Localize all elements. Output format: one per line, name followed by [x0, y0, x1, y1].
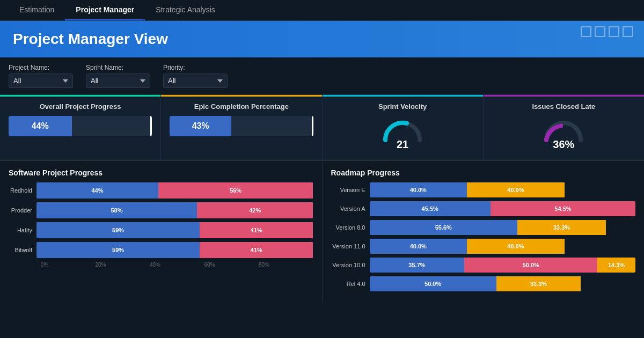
roadmap-bar-seg-red: 50.0% — [464, 258, 597, 273]
kpi-overall-progress-value: 44% — [32, 121, 49, 131]
banner-decoration — [581, 26, 633, 37]
kpi-sprint-velocity-title: Sprint Velocity — [331, 102, 474, 111]
roadmap-bar-label: Version E — [331, 187, 370, 193]
roadmap-bar-label: Version 11.0 — [331, 243, 370, 249]
deco-square-2 — [595, 26, 605, 37]
kpi-overall-progress-bar: 44% — [9, 116, 152, 136]
software-bar-row: Hatity59%41% — [9, 222, 313, 238]
roadmap-bar-seg-yellow: 14.3% — [597, 258, 635, 273]
roadmap-bar-track: 40.0%40.0% — [370, 239, 613, 254]
roadmap-bar-seg-yellow: 33.3% — [496, 276, 581, 291]
software-bar-red: 56% — [158, 182, 313, 199]
deco-square-3 — [609, 26, 619, 37]
filter-sprint-name: Sprint Name: All — [86, 64, 150, 88]
roadmap-bar-seg-red: 54.5% — [491, 201, 635, 216]
filter-project-name: Project Name: All — [9, 64, 73, 88]
deco-square-1 — [581, 26, 591, 37]
software-bar-red: 42% — [197, 202, 313, 218]
software-bar-track: 59%41% — [36, 242, 313, 258]
kpi-overall-progress-title: Overall Project Progress — [9, 102, 152, 111]
roadmap-bar-seg-yellow: 40.0% — [467, 182, 565, 197]
software-chart-title: Software Project Progress — [9, 168, 313, 177]
roadmap-bar-row: Version A45.5%54.5% — [331, 201, 636, 216]
page-title: Project Manager View — [13, 31, 631, 48]
kpi-epic-completion-track — [312, 116, 313, 136]
roadmap-chart-panel: Roadmap Progress Version E40.0%40.0%Vers… — [323, 161, 645, 303]
kpi-sprint-velocity: Sprint Velocity 21 — [323, 95, 484, 160]
kpi-overall-progress: Overall Project Progress 44% — [0, 95, 161, 160]
roadmap-bar-row: Rel 4.050.0%33.3% — [331, 276, 636, 291]
software-bar-row: Redhold44%56% — [9, 182, 313, 199]
roadmap-bar-row: Version 11.040.0%40.0% — [331, 239, 636, 254]
filter-project-name-select[interactable]: All — [9, 74, 73, 88]
kpi-issues-closed-late-title: Issues Closed Late — [492, 102, 635, 111]
roadmap-bar-seg-blue: 35.7% — [370, 258, 465, 273]
kpi-epic-completion-value: 43% — [192, 121, 209, 131]
tab-project-manager[interactable]: Project Manager — [65, 0, 145, 20]
roadmap-chart-title: Roadmap Progress — [331, 168, 636, 177]
tab-strategic-analysis[interactable]: Strategic Analysis — [145, 0, 226, 20]
roadmap-bar-track: 55.6%33.3% — [370, 220, 636, 235]
roadmap-bars: Version E40.0%40.0%Version A45.5%54.5%Ve… — [331, 182, 636, 291]
bottom-section: Software Project Progress Redhold44%56%P… — [0, 160, 644, 303]
software-bar-blue: 44% — [36, 182, 158, 199]
x-tick-0: 0% — [41, 262, 96, 268]
software-bar-track: 44%56% — [36, 182, 313, 199]
roadmap-bar-seg-blue: 50.0% — [370, 276, 496, 291]
filter-priority: Priority: All — [163, 64, 228, 88]
software-bar-blue: 59% — [36, 222, 200, 238]
software-bar-blue: 58% — [36, 202, 197, 218]
software-bar-label: Redhold — [9, 187, 36, 194]
roadmap-bar-track: 40.0%40.0% — [370, 182, 613, 197]
roadmap-bar-seg-blue: 40.0% — [370, 239, 467, 254]
kpi-row: Overall Project Progress 44% Epic Comple… — [0, 94, 644, 160]
header-banner: Project Manager View — [0, 21, 644, 57]
tab-estimation[interactable]: Estimation — [9, 0, 65, 20]
x-tick-40: 40% — [150, 262, 204, 268]
software-bar-row: Bitwolf59%41% — [9, 242, 313, 258]
kpi-epic-completion-fill: 43% — [170, 116, 231, 136]
kpi-sprint-velocity-gauge: 21 — [331, 116, 474, 151]
filter-sprint-name-select[interactable]: All — [86, 74, 150, 88]
kpi-sprint-velocity-value: 21 — [397, 138, 408, 151]
tab-bar: Estimation Project Manager Strategic Ana… — [0, 0, 644, 21]
kpi-epic-completion-title: Epic Completion Percentage — [170, 102, 313, 111]
filter-project-name-label: Project Name: — [9, 64, 73, 71]
kpi-issues-closed-late-value: 36% — [553, 138, 574, 151]
x-tick-60: 60% — [204, 262, 259, 268]
software-bar-red: 41% — [200, 242, 313, 258]
software-bar-label: Bitwolf — [9, 247, 36, 253]
roadmap-bar-label: Rel 4.0 — [331, 281, 370, 287]
roadmap-bar-label: Version 10.0 — [331, 262, 370, 268]
roadmap-bar-seg-blue: 40.0% — [370, 182, 467, 197]
deco-square-4 — [623, 26, 633, 37]
filter-priority-select[interactable]: All — [163, 74, 228, 88]
kpi-issues-closed-late: Issues Closed Late 36% — [484, 95, 644, 160]
software-bars: Redhold44%56%Prodder58%42%Hatity59%41%Bi… — [9, 182, 313, 258]
x-tick-80: 80% — [259, 262, 313, 268]
filter-priority-label: Priority: — [163, 64, 228, 71]
roadmap-bar-row: Version 8.055.6%33.3% — [331, 220, 636, 235]
kpi-epic-completion: Epic Completion Percentage 43% — [161, 95, 322, 160]
kpi-overall-progress-fill: 44% — [9, 116, 72, 136]
roadmap-bar-track: 50.0%33.3% — [370, 276, 624, 291]
roadmap-bar-seg-yellow: 33.3% — [517, 220, 606, 235]
filter-sprint-name-label: Sprint Name: — [86, 64, 150, 71]
software-x-axis: 0% 20% 40% 60% 80% — [41, 262, 313, 268]
roadmap-bar-row: Version 10.035.7%50.0%14.3% — [331, 258, 636, 273]
roadmap-bar-label: Version A — [331, 205, 370, 212]
software-bar-blue: 59% — [36, 242, 200, 258]
filters-bar: Project Name: All Sprint Name: All Prior… — [0, 57, 644, 94]
roadmap-bar-label: Version 8.0 — [331, 224, 370, 231]
roadmap-bar-row: Version E40.0%40.0% — [331, 182, 636, 197]
software-bar-track: 59%41% — [36, 222, 313, 238]
software-bar-row: Prodder58%42% — [9, 202, 313, 218]
roadmap-bar-track: 35.7%50.0%14.3% — [370, 258, 636, 273]
roadmap-bar-seg-blue: 45.5% — [370, 201, 491, 216]
roadmap-bar-seg-yellow: 40.0% — [467, 239, 565, 254]
roadmap-bar-seg-blue: 55.6% — [370, 220, 517, 235]
kpi-epic-completion-bar: 43% — [170, 116, 313, 136]
kpi-overall-progress-track — [150, 116, 152, 136]
software-bar-track: 58%42% — [36, 202, 313, 218]
software-bar-label: Hatity — [9, 227, 36, 233]
